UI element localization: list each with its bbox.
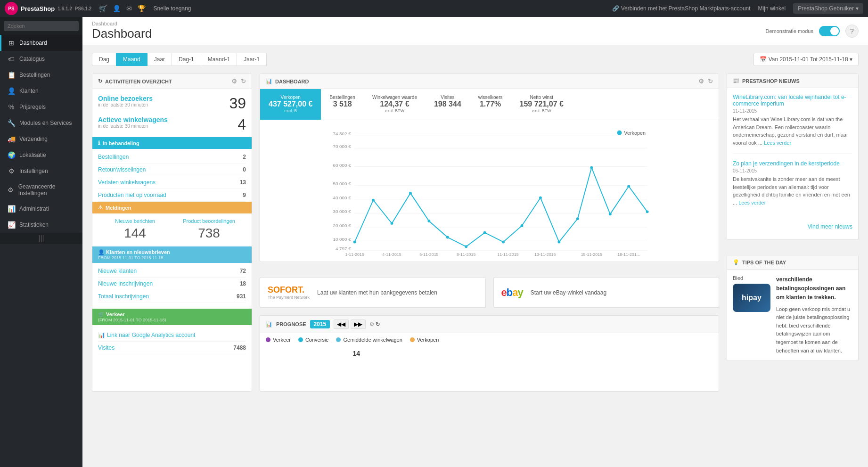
sidebar-item-klanten[interactable]: 👤 Klanten <box>0 83 82 99</box>
visites-link[interactable]: Visites <box>98 344 115 351</box>
ebay-card: ebay Start uw eBay-winkel vandaag <box>493 277 720 308</box>
bestellingen-link[interactable]: Bestellingen <box>98 154 129 160</box>
tab-dag1[interactable]: Dag-1 <box>172 53 201 66</box>
sofort-text: Laat uw klanten met hun bankgegevens bet… <box>317 289 437 296</box>
center-column: 📊 DASHBOARD ⚙ ↻ Verkopen 437 527,00 € ex… <box>260 74 719 392</box>
connect-link[interactable]: 🔗 Verbinden met het PrestaShop Marktplaa… <box>612 5 750 12</box>
actieve-sub: in de laatste 30 minuten <box>98 123 168 129</box>
tab-maand1[interactable]: Maand-1 <box>201 53 237 66</box>
tab-winkelwagen[interactable]: Winkelwagen waarde 124,37 € excl. BTW <box>364 89 426 120</box>
sidebar-item-statistieken[interactable]: 📈 Statistieken <box>0 217 82 233</box>
svg-text:18-11-201...: 18-11-201... <box>617 252 640 256</box>
berichten-value: 144 <box>98 226 172 241</box>
trophy-icon[interactable]: 🏆 <box>138 5 146 12</box>
svg-point-32 <box>609 213 612 215</box>
gemiddelde-dot <box>336 337 341 342</box>
ps-logo-icon: PS <box>5 2 18 15</box>
chart-tabs: Verkopen 437 527,00 € excl. B Bestelling… <box>260 89 719 120</box>
prognose-gear-icon[interactable]: ⚙ <box>369 321 374 327</box>
tab-visites[interactable]: Visites 198 344 <box>426 89 470 120</box>
chart-gear-icon[interactable]: ⚙ <box>698 78 704 85</box>
verlaten-link[interactable]: Verlaten winkelwagens <box>98 179 156 186</box>
tab-wisselkoers[interactable]: wisselkoers 1.77% <box>470 89 511 120</box>
svg-text:13-11-2015: 13-11-2015 <box>534 252 556 256</box>
tab-dag[interactable]: Dag <box>92 53 116 66</box>
cart-icon[interactable]: 🛒 <box>99 5 107 12</box>
user-icon[interactable]: 👤 <box>113 5 121 12</box>
klanten-icon: 👤 <box>7 87 16 95</box>
help-button[interactable]: ? <box>845 25 859 38</box>
tab-jaar[interactable]: Jaar <box>147 53 172 66</box>
svg-text:Verkopen: Verkopen <box>624 130 646 136</box>
news-more-1[interactable]: Lees verder <box>764 140 791 146</box>
svg-point-22 <box>427 220 430 222</box>
totaal-inschr-link[interactable]: Totaal inschrijvingen <box>98 293 149 300</box>
tab-netto-winst[interactable]: Netto winst 159 721,07 € excl. BTW <box>511 89 572 120</box>
ga-link[interactable]: 📊 Link naar Google Analytics account <box>98 332 195 338</box>
sidebar-item-dashboard[interactable]: ⊞ Dashboard <box>0 35 82 51</box>
sidebar-item-geavanceerde[interactable]: ⚙ Geavanceerde Instellingen <box>0 179 82 201</box>
tab-maand[interactable]: Maand <box>116 53 147 66</box>
user-menu-button[interactable]: PrestaShop Gebruiker ▾ <box>793 3 863 14</box>
nieuwe-klanten-link[interactable]: Nieuwe klanten <box>98 268 137 274</box>
verkeer-header: 🛒 Verkeer (FROM 2015-11-01 TO 2015-11-18… <box>92 309 252 325</box>
sidebar-item-instellingen[interactable]: ⚙ Instellingen <box>0 163 82 179</box>
news-title-1[interactable]: WineLibrary.com: van locale wijnhandel t… <box>733 94 852 107</box>
modules-icon: 🔧 <box>7 119 16 127</box>
version1: 1.6.1.2 <box>57 6 72 11</box>
dashboard-grid: ↻ ACTIVITEITEN OVERZICHT ⚙ ↻ Online bezo… <box>92 74 859 392</box>
sidebar-item-administratie[interactable]: 📊 Administrati <box>0 201 82 217</box>
voorraad-link[interactable]: Producten niet op voorraad <box>98 192 166 198</box>
tab-bestellingen[interactable]: Bestellingen 3 518 <box>321 89 363 120</box>
panel-gear-icon[interactable]: ⚙ <box>231 78 237 85</box>
svg-point-30 <box>576 217 579 220</box>
date-range-picker[interactable]: 📅 Van 2015-11-01 Tot 2015-11-18 ▾ <box>753 53 859 66</box>
sidebar-item-prijsregels[interactable]: % Prijsregels <box>0 99 82 115</box>
online-label: Online bezoekers <box>98 95 153 102</box>
dashboard-chart-panel: 📊 DASHBOARD ⚙ ↻ Verkopen 437 527,00 € ex… <box>260 74 719 262</box>
product-label[interactable]: Product beoordelingen <box>172 218 246 224</box>
bestellingen-row: Bestellingen 2 <box>98 151 246 164</box>
sidebar-item-catalogus[interactable]: 🏷 Catalogus <box>0 51 82 67</box>
news-more-2[interactable]: Lees verder <box>738 200 766 205</box>
totaal-inschr-row: Totaal inschrijvingen 931 <box>98 290 246 303</box>
prognose-next[interactable]: ▶▶ <box>351 320 366 329</box>
svg-text:8-11-2015: 8-11-2015 <box>457 252 475 256</box>
sidebar-resize-handle[interactable]: ||| <box>0 233 82 244</box>
sidebar-item-modules[interactable]: 🔧 Modules en Services <box>0 115 82 131</box>
news-item-2: Zo plan je verzendingen in de kerstperio… <box>733 160 852 213</box>
mijn-winkel-link[interactable]: Mijn winkel <box>758 5 786 12</box>
berichten-label[interactable]: Nieuwe berichten <box>98 218 172 224</box>
sofort-logo: SOFORT. The Payment Network <box>268 285 310 300</box>
klanten-header: 👤 Klanten en nieuwsbrieven FROM 2015-11-… <box>92 246 252 263</box>
news-title-2[interactable]: Zo plan je verzendingen in de kerstperio… <box>733 160 852 167</box>
sidebar-search-container <box>0 17 82 35</box>
chart-refresh-icon[interactable]: ↻ <box>708 78 713 85</box>
sidebar-item-bestellingen[interactable]: 📋 Bestellingen <box>0 67 82 83</box>
mail-icon[interactable]: ✉ <box>126 5 132 12</box>
logo: PS PrestaShop 1.6.1.2 PS6.1.2 <box>5 2 91 15</box>
tab-verkopen[interactable]: Verkopen 437 527,00 € excl. B <box>260 89 321 120</box>
panel-refresh-icon[interactable]: ↻ <box>241 78 246 85</box>
verkopen-tab-value: 437 527,00 € <box>269 100 312 108</box>
geavanceerde-icon: ⚙ <box>7 186 15 194</box>
sidebar-item-label: Catalogus <box>19 56 45 62</box>
rss-icon: 📰 <box>733 78 739 84</box>
refresh-icon: ↻ <box>98 78 102 84</box>
retour-link[interactable]: Retour/wisselingen <box>98 166 146 173</box>
svg-point-20 <box>391 222 393 225</box>
tab-jaar1[interactable]: Jaar-1 <box>237 53 267 66</box>
prognose-refresh-icon[interactable]: ↻ <box>376 321 380 327</box>
prognose-prev[interactable]: ◀◀ <box>334 320 349 329</box>
sidebar-item-verzending[interactable]: 🚚 Verzending <box>0 131 82 147</box>
demo-toggle[interactable] <box>819 26 840 36</box>
snelle-toegang-button[interactable]: Snelle toegang <box>153 5 191 12</box>
search-input[interactable] <box>4 21 79 31</box>
nieuwe-inschr-link[interactable]: Nieuwe inschrijvingen <box>98 280 153 287</box>
svg-point-29 <box>557 240 560 243</box>
partner-row: SOFORT. The Payment Network Laat uw klan… <box>260 277 719 308</box>
vind-meer-link[interactable]: Vind meer nieuws <box>733 220 852 234</box>
svg-text:50 000 €: 50 000 € <box>333 181 351 186</box>
sidebar-item-lokalisatie[interactable]: 🌍 Lokalisatie <box>0 147 82 163</box>
prognose-chart-svg: 14 <box>266 346 713 384</box>
